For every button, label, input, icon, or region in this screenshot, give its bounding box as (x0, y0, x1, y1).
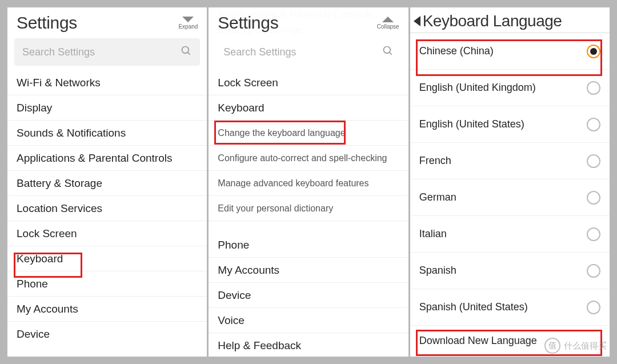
search-input[interactable] (22, 46, 181, 58)
radio-icon (587, 154, 600, 168)
language-option-german[interactable]: German (410, 179, 610, 216)
collapse-button[interactable]: Collapse (377, 17, 399, 30)
collapse-label: Collapse (377, 23, 399, 30)
search-field-wrap[interactable] (14, 38, 200, 66)
radio-icon (587, 45, 600, 58)
language-option-spanish[interactable]: Spanish (410, 253, 610, 289)
language-option-italian[interactable]: Italian (410, 216, 610, 253)
language-option-english-uk[interactable]: English (United Kingdom) (410, 70, 610, 106)
sub-edit-personal-dictionary[interactable]: Edit your personal dictionary (209, 196, 408, 221)
language-option-french[interactable]: French (410, 143, 610, 179)
radio-icon (587, 301, 600, 314)
radio-icon (587, 118, 600, 131)
search-field-wrap[interactable] (215, 38, 401, 66)
settings-item-device[interactable]: Device (7, 322, 207, 347)
language-label: Chinese (China) (419, 45, 494, 57)
settings-item-battery-storage[interactable]: Battery & Storage (7, 171, 207, 196)
radio-icon (587, 264, 600, 278)
sub-advanced-keyboard-features[interactable]: Manage advanced keyboard features (209, 171, 408, 196)
svg-point-0 (182, 47, 189, 54)
language-label: English (United Kingdom) (419, 82, 536, 94)
radio-icon (587, 227, 600, 241)
group-phone[interactable]: Phone (209, 233, 408, 258)
language-label: Italian (419, 228, 447, 240)
search-input[interactable] (223, 46, 382, 58)
settings-item-phone[interactable]: Phone (7, 271, 207, 297)
settings-list: Wi-Fi & Networks Display Sounds & Notifi… (7, 70, 207, 357)
group-keyboard[interactable]: Keyboard (209, 95, 408, 121)
watermark: 值 什么值得买 (544, 338, 607, 354)
panel3-header: Keyboard Language (410, 7, 610, 33)
settings-item-location[interactable]: Location Services (7, 196, 207, 221)
sub-change-keyboard-language[interactable]: Change the keyboard language (209, 121, 408, 146)
settings-panel-expanded: Applications & Parental Controls Battery… (209, 7, 408, 357)
keyboard-language-panel: Keyboard Language Chinese (China) Englis… (410, 7, 610, 357)
language-option-chinese[interactable]: Chinese (China) (410, 33, 610, 70)
group-device[interactable]: Device (209, 283, 408, 308)
group-lock-screen[interactable]: Lock Screen (209, 70, 408, 95)
radio-icon (587, 191, 600, 205)
svg-point-2 (383, 47, 390, 54)
settings-item-apps-parental[interactable]: Applications & Parental Controls (7, 146, 207, 171)
settings-item-wifi-networks[interactable]: Wi-Fi & Networks (7, 70, 207, 95)
page-title: Settings (17, 13, 77, 33)
collapse-icon (382, 17, 394, 22)
language-label: Spanish (United States) (419, 301, 528, 313)
svg-line-1 (188, 53, 190, 55)
expand-icon (182, 17, 194, 22)
language-label: Spanish (419, 265, 456, 277)
settings-item-sounds[interactable]: Sounds & Notifications (7, 121, 207, 146)
page-title: Keyboard Language (423, 12, 562, 30)
watermark-badge: 值 (544, 338, 560, 354)
group-help-feedback[interactable]: Help & Feedback (209, 333, 408, 357)
language-label: German (419, 191, 456, 203)
group-my-accounts[interactable]: My Accounts (209, 258, 408, 283)
svg-line-3 (389, 53, 391, 55)
settings-item-my-accounts[interactable]: My Accounts (7, 297, 207, 322)
back-icon[interactable] (414, 16, 420, 26)
group-voice[interactable]: Voice (209, 308, 408, 333)
page-title: Settings (218, 13, 278, 33)
sub-configure-autocorrect[interactable]: Configure auto-correct and spell-checkin… (209, 146, 408, 171)
download-label: Download New Language (419, 335, 537, 347)
settings-panel-collapsed: Settings Expand Wi-Fi & Networks Display… (7, 7, 207, 357)
language-option-english-us[interactable]: English (United States) (410, 106, 610, 143)
settings-item-lock-screen[interactable]: Lock Screen (7, 221, 207, 246)
language-label: English (United States) (419, 118, 524, 130)
settings-item-display[interactable]: Display (7, 95, 207, 121)
panel2-header: Settings Collapse (209, 7, 408, 36)
watermark-text: 什么值得买 (564, 341, 607, 351)
expand-button[interactable]: Expand (178, 17, 198, 30)
language-list: Chinese (China) English (United Kingdom)… (410, 33, 610, 357)
radio-icon (587, 81, 600, 95)
search-icon (382, 45, 394, 59)
search-icon (181, 45, 192, 59)
settings-item-keyboard[interactable]: Keyboard (7, 246, 207, 271)
language-label: French (419, 155, 451, 167)
expand-label: Expand (178, 23, 198, 30)
settings-expanded-list: Lock Screen Keyboard Change the keyboard… (209, 70, 408, 357)
language-option-spanish-us[interactable]: Spanish (United States) (410, 289, 610, 326)
panel1-header: Settings Expand (7, 7, 207, 36)
